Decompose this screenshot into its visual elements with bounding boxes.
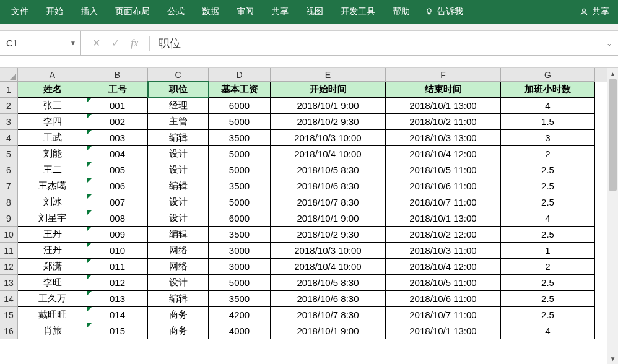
cell[interactable]: 001 bbox=[87, 98, 148, 114]
row-header-5[interactable]: 5 bbox=[0, 146, 18, 162]
cell[interactable]: 2.5 bbox=[501, 227, 595, 243]
cell[interactable]: 5000 bbox=[209, 275, 271, 291]
cell[interactable]: 加班小时数 bbox=[501, 82, 595, 98]
cell[interactable]: 013 bbox=[87, 291, 148, 307]
row-header-12[interactable]: 12 bbox=[0, 259, 18, 275]
cell[interactable]: 职位 bbox=[148, 82, 209, 98]
cell[interactable]: 2018/10/5 8:30 bbox=[271, 162, 386, 178]
scroll-down-icon[interactable]: ▼ bbox=[607, 353, 618, 364]
cell[interactable]: 2018/10/1 13:00 bbox=[386, 323, 501, 339]
row-header-2[interactable]: 2 bbox=[0, 98, 18, 114]
cell[interactable]: 编辑 bbox=[148, 178, 209, 194]
cell[interactable]: 009 bbox=[87, 227, 148, 243]
row-header-16[interactable]: 16 bbox=[0, 323, 18, 339]
cell[interactable]: 014 bbox=[87, 307, 148, 323]
cell[interactable]: 2.5 bbox=[501, 178, 595, 194]
cell[interactable]: 戴旺旺 bbox=[18, 307, 87, 323]
cell[interactable]: 2018/10/4 10:00 bbox=[271, 146, 386, 162]
row-header-8[interactable]: 8 bbox=[0, 194, 18, 210]
cell[interactable]: 5000 bbox=[209, 194, 271, 210]
cell[interactable]: 3500 bbox=[209, 178, 271, 194]
cell[interactable]: 网络 bbox=[148, 243, 209, 259]
cell[interactable]: 004 bbox=[87, 146, 148, 162]
cell[interactable]: 2018/10/7 11:00 bbox=[386, 194, 501, 210]
cell[interactable]: 设计 bbox=[148, 146, 209, 162]
cell[interactable]: 2018/10/1 9:00 bbox=[271, 210, 386, 227]
cell[interactable]: 2018/10/4 12:00 bbox=[386, 146, 501, 162]
column-header-D[interactable]: D bbox=[209, 68, 271, 82]
cell[interactable]: 2018/10/2 11:00 bbox=[386, 114, 501, 130]
cell[interactable]: 015 bbox=[87, 323, 148, 339]
cell[interactable]: 2018/10/6 8:30 bbox=[271, 291, 386, 307]
cell[interactable]: 4 bbox=[501, 98, 595, 114]
cell[interactable]: 3500 bbox=[209, 130, 271, 146]
row-header-7[interactable]: 7 bbox=[0, 178, 18, 194]
cell[interactable]: 编辑 bbox=[148, 291, 209, 307]
row-header-6[interactable]: 6 bbox=[0, 162, 18, 178]
cell[interactable]: 2018/10/5 11:00 bbox=[386, 162, 501, 178]
vertical-scrollbar[interactable]: ▲ ▼ bbox=[607, 68, 618, 364]
cell[interactable]: 2018/10/1 9:00 bbox=[271, 98, 386, 114]
row-header-4[interactable]: 4 bbox=[0, 130, 18, 146]
cell[interactable]: 1.5 bbox=[501, 114, 595, 130]
name-box[interactable]: C1 ▼ bbox=[0, 31, 81, 55]
row-header-9[interactable]: 9 bbox=[0, 210, 18, 227]
ribbon-tab-7[interactable]: 共享 bbox=[263, 1, 297, 22]
cell[interactable]: 4000 bbox=[209, 323, 271, 339]
row-header-10[interactable]: 10 bbox=[0, 227, 18, 243]
cell[interactable]: 王久万 bbox=[18, 291, 87, 307]
cell[interactable]: 2018/10/1 9:00 bbox=[271, 323, 386, 339]
cell[interactable]: 2.5 bbox=[501, 307, 595, 323]
cell[interactable]: 商务 bbox=[148, 323, 209, 339]
row-header-1[interactable]: 1 bbox=[0, 82, 18, 98]
cell[interactable]: 商务 bbox=[148, 307, 209, 323]
ribbon-tab-1[interactable]: 开始 bbox=[37, 1, 72, 22]
cell[interactable]: 3500 bbox=[209, 291, 271, 307]
select-all-button[interactable] bbox=[0, 68, 18, 82]
cell[interactable]: 李旺 bbox=[18, 275, 87, 291]
cell[interactable]: 刘星宇 bbox=[18, 210, 87, 227]
cell[interactable]: 2018/10/6 8:30 bbox=[271, 178, 386, 194]
cell[interactable]: 姓名 bbox=[18, 82, 87, 98]
cell[interactable]: 2.5 bbox=[501, 162, 595, 178]
cell[interactable]: 2.5 bbox=[501, 194, 595, 210]
cell[interactable]: 4 bbox=[501, 210, 595, 227]
ribbon-tab-2[interactable]: 插入 bbox=[72, 1, 107, 22]
cell[interactable]: 3500 bbox=[209, 227, 271, 243]
column-header-A[interactable]: A bbox=[18, 68, 87, 82]
cell[interactable]: 汪丹 bbox=[18, 243, 87, 259]
ribbon-tab-9[interactable]: 开发工具 bbox=[332, 1, 384, 22]
cell[interactable]: 2018/10/3 11:00 bbox=[386, 243, 501, 259]
column-header-G[interactable]: G bbox=[501, 68, 595, 82]
cell[interactable]: 011 bbox=[87, 259, 148, 275]
column-header-C[interactable]: C bbox=[148, 68, 209, 82]
cell[interactable]: 刘冰 bbox=[18, 194, 87, 210]
tell-me[interactable]: 告诉我 bbox=[419, 1, 469, 22]
cell[interactable]: 肖旅 bbox=[18, 323, 87, 339]
cell[interactable]: 2 bbox=[501, 259, 595, 275]
cell[interactable]: 008 bbox=[87, 210, 148, 227]
cell[interactable]: 工号 bbox=[87, 82, 148, 98]
cell[interactable]: 经理 bbox=[148, 98, 209, 114]
ribbon-tab-5[interactable]: 数据 bbox=[193, 1, 228, 22]
cell[interactable]: 刘能 bbox=[18, 146, 87, 162]
cell[interactable]: 1 bbox=[501, 243, 595, 259]
ribbon-tab-6[interactable]: 审阅 bbox=[228, 1, 263, 22]
ribbon-tab-0[interactable]: 文件 bbox=[2, 1, 37, 22]
cell[interactable]: 002 bbox=[87, 114, 148, 130]
cell[interactable]: 005 bbox=[87, 162, 148, 178]
scroll-thumb[interactable] bbox=[609, 79, 617, 191]
cell[interactable]: 2018/10/1 13:00 bbox=[386, 98, 501, 114]
ribbon-tab-10[interactable]: 帮助 bbox=[384, 1, 419, 22]
row-header-15[interactable]: 15 bbox=[0, 307, 18, 323]
formula-input[interactable] bbox=[150, 31, 601, 55]
cell[interactable]: 2018/10/5 11:00 bbox=[386, 275, 501, 291]
cell[interactable]: 设计 bbox=[148, 210, 209, 227]
cell[interactable]: 5000 bbox=[209, 146, 271, 162]
cell[interactable]: 2018/10/5 8:30 bbox=[271, 275, 386, 291]
cell[interactable]: 2018/10/4 12:00 bbox=[386, 259, 501, 275]
cell[interactable]: 王杰噶 bbox=[18, 178, 87, 194]
cell[interactable]: 2018/10/2 12:00 bbox=[386, 227, 501, 243]
cell[interactable]: 王二 bbox=[18, 162, 87, 178]
cell[interactable]: 2 bbox=[501, 146, 595, 162]
